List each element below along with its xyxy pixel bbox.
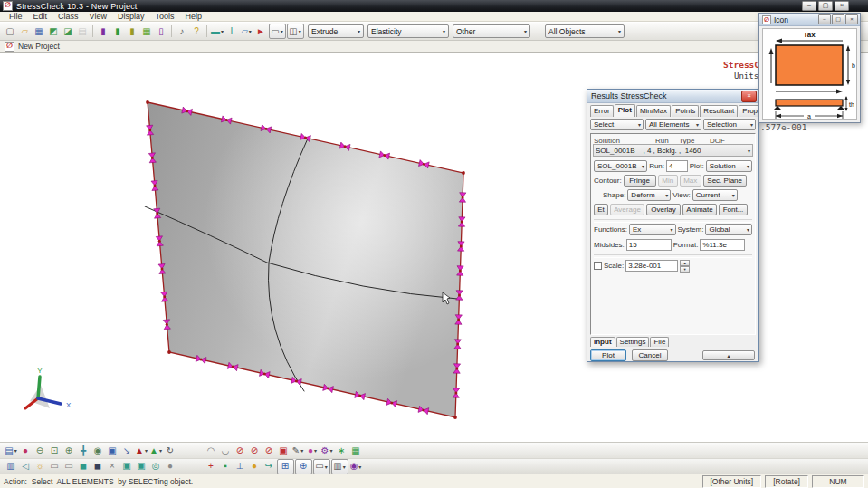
undo-view-icon[interactable]: ◠ (205, 444, 218, 457)
other-combo[interactable]: Other▾ (453, 24, 530, 38)
sec-plane-button[interactable]: Sec. Plane (703, 175, 747, 187)
scale-field[interactable]: 3.28e-001 (625, 260, 678, 272)
prev-view-icon[interactable]: ◁ (19, 460, 33, 474)
shape-combo[interactable]: Deform▾ (627, 189, 671, 201)
rotate-view-icon[interactable]: ↻ (164, 444, 177, 457)
export-model-icon[interactable]: ◪ (62, 24, 75, 38)
sheet-two-icon[interactable]: ▭ (62, 460, 76, 474)
solution-combo[interactable]: SOL_0001B▾ (594, 160, 647, 172)
draw-tool-icon[interactable]: ✎▾ (291, 444, 305, 457)
sound-icon[interactable]: ♪ (176, 24, 189, 38)
overlay-button[interactable]: Overlay (646, 204, 681, 215)
solution-list-entry[interactable]: SOL_0001B , 4 , Bcklg. , 1460 ▾ (593, 144, 753, 157)
tab-input[interactable]: Input (590, 337, 615, 347)
plot-button[interactable]: Plot (590, 349, 626, 361)
target-frame-icon[interactable]: ⊕ (295, 459, 312, 474)
format-field[interactable]: %11.3e (700, 239, 745, 251)
material-select-icon[interactable]: ▬▾ (211, 24, 224, 38)
cancel-button[interactable]: Cancel (632, 349, 668, 361)
hide-loads-icon[interactable]: ⊘ (234, 444, 247, 457)
save-icon[interactable]: ▦ (33, 24, 46, 38)
point-tool-icon[interactable]: ●▾ (306, 444, 320, 457)
frame-globe-icon[interactable]: ◎ (149, 460, 163, 474)
sheet-one-icon[interactable]: ▭ (48, 460, 62, 474)
project-tab-label[interactable]: New Project (18, 42, 60, 51)
menu-item-help[interactable]: Help (179, 12, 207, 21)
select-mode-icon[interactable]: ▭▾ (269, 24, 286, 39)
system-combo[interactable]: Global▾ (705, 224, 752, 235)
functions-combo[interactable]: Ex▾ (629, 224, 676, 235)
zoom-in-icon[interactable]: ⊕ (62, 444, 76, 457)
tab-settings[interactable]: Settings (616, 337, 650, 347)
spinner-down-icon[interactable]: ▾ (680, 266, 690, 273)
tab-resultant[interactable]: Resultant (700, 105, 738, 117)
hide-constraints-icon[interactable]: ⊘ (248, 444, 262, 457)
fill-dark-icon[interactable]: ◼ (91, 460, 105, 474)
run-pointer-icon[interactable]: ► (254, 24, 268, 38)
font-button[interactable]: Font... (719, 204, 748, 215)
globe-system-icon[interactable]: ◉▾ (349, 460, 363, 474)
scale-checkbox[interactable] (594, 262, 602, 270)
pan-icon[interactable]: ╋ (77, 444, 91, 457)
rotate-red-icon[interactable]: ▲▾ (135, 444, 148, 457)
fringe-button[interactable]: Fringe (624, 175, 656, 187)
menu-item-display[interactable]: Display (112, 12, 150, 21)
zoom-out-icon[interactable]: ⊖ (33, 444, 47, 457)
database-green-icon[interactable]: ▮ (111, 24, 125, 38)
options-gear-icon[interactable]: ⚙▾ (320, 444, 334, 457)
redo-view-icon[interactable]: ◡ (219, 444, 233, 457)
database-main-icon[interactable]: ▮ (97, 24, 110, 38)
light-toggle-icon[interactable]: ☼ (33, 460, 47, 474)
tab-plot[interactable]: Plot (615, 104, 635, 117)
resize-view-icon[interactable]: ↘ (120, 444, 134, 457)
database-olive-icon[interactable]: ▮ (126, 24, 139, 38)
frame-a-icon[interactable]: ▣ (120, 460, 134, 474)
tab-error[interactable]: Error (590, 105, 614, 117)
dialog-close-button[interactable]: × (741, 91, 757, 102)
view-combo[interactable]: Current▾ (692, 189, 738, 201)
extrude-combo[interactable]: Extrude▾ (308, 24, 364, 38)
show-frame-icon[interactable]: ▣ (277, 444, 291, 457)
icon-window-titlebar[interactable]: ∅ Icon – ▢ × (759, 14, 860, 26)
extraction-select[interactable]: Select▾ (590, 119, 644, 130)
icon-maximize-button[interactable]: ▢ (832, 14, 844, 24)
axis-tee-icon[interactable]: ⊥ (234, 460, 247, 474)
method-select[interactable]: Selection▾ (703, 119, 756, 130)
fill-teal-icon[interactable]: ◼ (77, 460, 91, 474)
new-file-icon[interactable]: ▢ (4, 24, 17, 38)
hide-attributes-icon[interactable]: ⊘ (262, 444, 276, 457)
clear-small-icon[interactable]: × (106, 460, 119, 474)
format-grid-icon[interactable]: ▥▾ (331, 459, 348, 474)
objects-select[interactable]: All Elements▾ (645, 119, 701, 130)
view-preset-icon[interactable]: ▤▾ (5, 444, 18, 457)
et-button[interactable]: Et (594, 204, 608, 215)
menu-item-view[interactable]: View (84, 12, 112, 21)
animate-button[interactable]: Animate (682, 204, 717, 215)
elasticity-combo[interactable]: Elasticity▾ (367, 24, 449, 38)
grid-tool-icon[interactable]: ▦ (349, 444, 363, 457)
database-mini-icon[interactable]: ▯ (155, 24, 168, 38)
zoom-window-icon[interactable]: ⊡ (48, 444, 62, 457)
help-icon[interactable]: ? (190, 24, 204, 38)
expand-button[interactable]: ▴ (702, 350, 755, 360)
run-field[interactable]: 4 (666, 160, 688, 172)
spinner-up-icon[interactable]: ▴ (680, 260, 690, 266)
display-mode-icon[interactable]: ▭▾ (313, 459, 330, 474)
mini-plot-icon[interactable]: ▥ (5, 460, 18, 474)
menu-item-file[interactable]: File (4, 12, 28, 21)
maximize-button[interactable]: ▢ (818, 1, 833, 11)
render-ball-icon[interactable]: ● (19, 444, 33, 457)
snap-tool-icon[interactable]: ∗ (335, 444, 348, 457)
beam-tool-icon[interactable]: Ι (225, 24, 239, 38)
zoom-dynamic-icon[interactable]: ◉ (91, 444, 105, 457)
all-objects-combo[interactable]: All Objects▾ (545, 24, 625, 38)
sphere-yellow-icon[interactable]: ● (248, 460, 262, 474)
menu-item-edit[interactable]: Edit (28, 12, 53, 21)
icon-minimize-button[interactable]: – (818, 14, 831, 24)
open-folder-icon[interactable]: ▱ (18, 24, 32, 38)
sphere-gray-icon[interactable]: ● (164, 460, 177, 474)
minimize-button[interactable]: – (802, 1, 816, 11)
plot-combo[interactable]: Solution▾ (706, 160, 752, 172)
tab-file[interactable]: File (650, 337, 669, 347)
menu-item-class[interactable]: Class (52, 12, 84, 21)
